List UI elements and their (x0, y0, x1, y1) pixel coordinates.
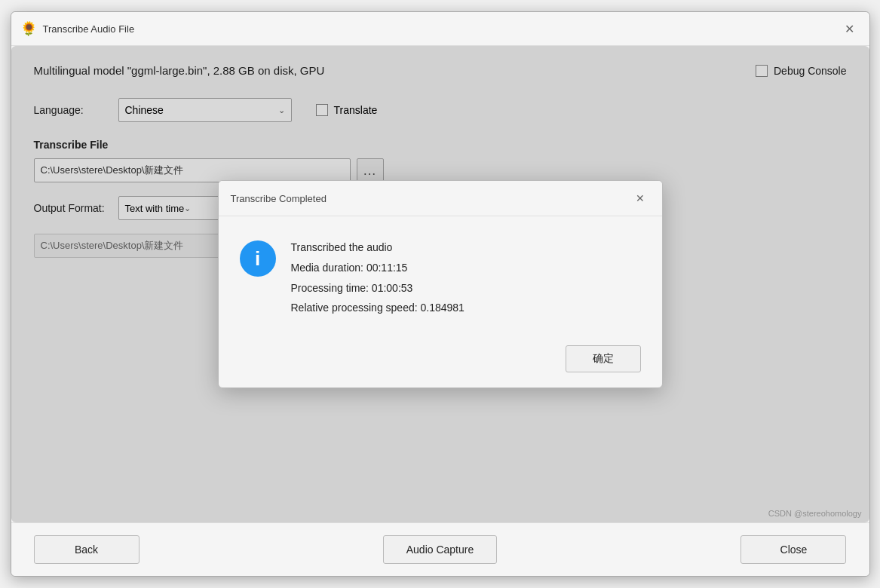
back-button[interactable]: Back (34, 535, 140, 564)
title-bar: 🌻 Transcribe Audio File ✕ (11, 12, 869, 46)
modal-line-4: Relative processing speed: 0.184981 (291, 298, 641, 318)
modal-footer: 确定 (219, 333, 662, 387)
modal-title: Transcribe Completed (231, 193, 630, 204)
info-icon: i (240, 240, 276, 277)
main-window: 🌻 Transcribe Audio File ✕ Multilingual m… (11, 11, 870, 577)
bottom-bar: Back Audio Capture Close (11, 522, 869, 576)
modal-close-button[interactable]: ✕ (630, 188, 650, 208)
main-content: Multilingual model "ggml-large.bin", 2.8… (11, 46, 869, 522)
modal-line-3: Processing time: 01:00:53 (291, 278, 641, 299)
app-icon: 🌻 (20, 20, 37, 37)
window-title: Transcribe Audio File (43, 23, 839, 35)
close-button[interactable]: Close (740, 535, 846, 564)
transcribe-completed-modal: Transcribe Completed ✕ i Transcribed the… (218, 180, 663, 387)
modal-line-1: Transcribed the audio (291, 237, 641, 258)
modal-body: i Transcribed the audio Media duration: … (219, 216, 662, 332)
confirm-button[interactable]: 确定 (566, 345, 641, 372)
modal-title-bar: Transcribe Completed ✕ (219, 181, 662, 216)
modal-line-2: Media duration: 00:11:15 (291, 258, 641, 278)
modal-overlay: Transcribe Completed ✕ i Transcribed the… (11, 46, 869, 522)
audio-capture-button[interactable]: Audio Capture (383, 535, 498, 564)
modal-message: Transcribed the audio Media duration: 00… (291, 237, 641, 317)
window-close-button[interactable]: ✕ (839, 18, 860, 39)
